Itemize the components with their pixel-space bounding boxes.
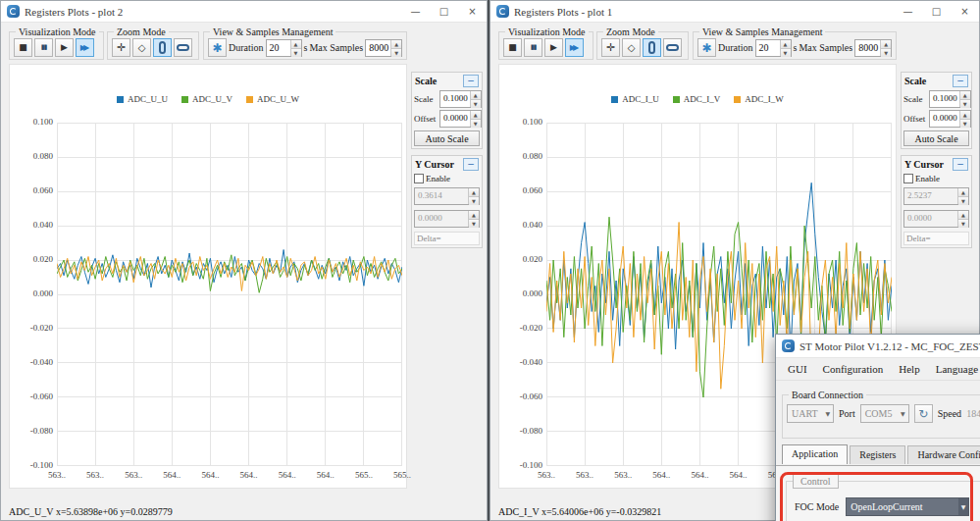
maximize-button[interactable]: □ — [430, 1, 458, 22]
offset-value[interactable]: 0.0000 — [930, 111, 959, 127]
pause-button[interactable]: ▮▮ — [34, 38, 53, 57]
down-arrow-icon[interactable]: ▼ — [881, 49, 891, 57]
duration-spinbox[interactable]: 20 ▲ ▼ — [266, 39, 302, 57]
duration-value[interactable]: 20 — [267, 40, 290, 56]
spinner-arrows[interactable]: ▲ ▼ — [390, 40, 401, 56]
up-arrow-icon[interactable]: ▲ — [781, 40, 791, 49]
down-arrow-icon[interactable]: ▼ — [960, 120, 970, 128]
menu-help[interactable]: Help — [891, 361, 927, 377]
up-arrow-icon[interactable]: ▲ — [960, 91, 970, 100]
up-arrow-icon[interactable]: ▲ — [291, 40, 301, 49]
scale-value[interactable]: 0.1000 — [930, 91, 959, 107]
up-arrow-icon[interactable]: ▲ — [881, 40, 891, 49]
horizontal-zoom-button[interactable] — [663, 38, 682, 57]
minimize-button[interactable]: — — [401, 1, 430, 22]
pause-button[interactable]: ▮▮ — [524, 38, 542, 57]
tab-registers[interactable]: Registers — [850, 445, 905, 464]
close-button[interactable]: × — [951, 1, 979, 22]
stop-button[interactable]: ■ — [14, 38, 32, 57]
pan-button[interactable]: ✛ — [112, 38, 130, 57]
up-arrow-icon: ▲ — [958, 211, 968, 220]
app-icon — [496, 5, 509, 18]
tab-bar: Application Registers Hardware Config — [782, 444, 980, 464]
refresh-icon: ↻ — [918, 408, 928, 420]
tab-hardware-config[interactable]: Hardware Config — [907, 445, 980, 464]
max-samples-value[interactable]: 8000 — [855, 40, 880, 56]
spinner-arrows[interactable]: ▲ ▼ — [880, 40, 891, 56]
window-title: Registers Plots - plot 2 — [25, 6, 401, 18]
enable-checkbox[interactable] — [414, 174, 424, 183]
spinner-arrows[interactable]: ▲ ▼ — [959, 91, 970, 107]
chart-canvas-plot2[interactable] — [57, 123, 402, 466]
legend-swatch — [181, 96, 188, 103]
up-arrow-icon[interactable]: ▲ — [471, 111, 481, 120]
offset-spinbox[interactable]: 0.0000 ▲ ▼ — [929, 110, 971, 128]
fast-forward-button[interactable]: ▶▶ — [565, 38, 584, 57]
auto-scale-button[interactable]: Auto Scale — [903, 130, 969, 146]
fast-forward-button[interactable]: ▶▶ — [76, 38, 94, 57]
menu-language[interactable]: Language — [928, 361, 980, 377]
down-arrow-icon[interactable]: ▼ — [960, 100, 970, 108]
up-arrow-icon[interactable]: ▲ — [391, 40, 401, 49]
spinner-arrows[interactable]: ▲ ▼ — [290, 40, 301, 56]
scale-collapse-button[interactable]: − — [953, 75, 968, 87]
refresh-button[interactable]: ↻ — [914, 404, 933, 423]
zoom-box-button[interactable]: ◇ — [622, 38, 641, 57]
max-samples-value[interactable]: 8000 — [366, 40, 390, 56]
offset-value[interactable]: 0.0000 — [440, 111, 470, 127]
down-arrow-icon[interactable]: ▼ — [471, 100, 481, 108]
menu-configuration[interactable]: Configuration — [815, 361, 892, 377]
view-settings-button[interactable]: ✱ — [697, 38, 716, 57]
zoom-box-button[interactable]: ◇ — [132, 38, 151, 57]
zoom-box-icon: ◇ — [628, 43, 636, 53]
foc-mode-combo[interactable]: OpenLoopCurrent ▼ — [846, 497, 969, 516]
max-samples-spinbox[interactable]: 8000 ▲ ▼ — [365, 39, 402, 57]
horizontal-zoom-button[interactable] — [174, 38, 192, 57]
view-settings-button[interactable]: ✱ — [208, 38, 227, 57]
up-arrow-icon[interactable]: ▲ — [960, 111, 970, 120]
view-samples-label: View & Samples Management — [210, 26, 335, 37]
stop-button[interactable]: ■ — [503, 38, 522, 57]
minimize-button[interactable]: — — [894, 1, 922, 22]
visualization-mode-group: Visualization Mode ■ ▮▮ ▶ ▶▶ — [498, 26, 593, 60]
scale-collapse-button[interactable]: − — [463, 75, 479, 87]
down-arrow-icon[interactable]: ▼ — [781, 49, 791, 57]
y-cursor-title: Y Cursor — [415, 159, 454, 170]
pan-button[interactable]: ✛ — [601, 38, 620, 57]
enable-checkbox[interactable] — [903, 174, 913, 183]
tab-application[interactable]: Application — [782, 444, 848, 464]
up-arrow-icon: ▲ — [469, 211, 479, 220]
maximize-button[interactable]: □ — [922, 1, 951, 22]
close-button[interactable]: × — [458, 1, 487, 22]
up-arrow-icon[interactable]: ▲ — [471, 91, 481, 100]
y-tick-label: 0.060 — [12, 185, 53, 196]
duration-spinbox[interactable]: 20 ▲ ▼ — [755, 39, 792, 57]
offset-spinbox[interactable]: 0.0000 ▲ ▼ — [439, 110, 482, 128]
max-samples-spinbox[interactable]: 8000 ▲ ▼ — [854, 39, 892, 57]
auto-scale-button[interactable]: Auto Scale — [414, 130, 480, 146]
play-button[interactable]: ▶ — [544, 38, 563, 57]
y-cursor-collapse-button[interactable]: − — [953, 158, 968, 171]
scale-spinbox[interactable]: 0.1000 ▲ ▼ — [439, 90, 482, 108]
x-tick-label: 564.. — [272, 470, 303, 480]
down-arrow-icon[interactable]: ▼ — [471, 120, 481, 128]
spinner-arrows[interactable]: ▲ ▼ — [470, 111, 481, 127]
y-tick-label: 0.080 — [501, 151, 542, 162]
menu-gui[interactable]: GUI — [780, 361, 815, 377]
vertical-zoom-button[interactable] — [153, 38, 172, 57]
down-arrow-icon[interactable]: ▼ — [291, 49, 301, 57]
spinner-arrows[interactable]: ▲ ▼ — [470, 91, 481, 107]
legend-label: ADC_I_U — [622, 94, 659, 104]
play-button[interactable]: ▶ — [55, 38, 74, 57]
duration-value[interactable]: 20 — [756, 40, 780, 56]
uart-combo[interactable]: UART ▼ — [787, 404, 834, 423]
vertical-zoom-button[interactable] — [643, 38, 661, 57]
scale-spinbox[interactable]: 0.1000 ▲ ▼ — [929, 90, 971, 108]
down-arrow-icon[interactable]: ▼ — [391, 49, 401, 57]
spinner-arrows[interactable]: ▲ ▼ — [780, 40, 791, 56]
y-cursor-collapse-button[interactable]: − — [463, 158, 479, 171]
duration-label: Duration — [718, 42, 753, 53]
spinner-arrows[interactable]: ▲ ▼ — [959, 111, 970, 127]
x-tick-label: 563.. — [607, 470, 639, 480]
scale-value[interactable]: 0.1000 — [440, 91, 470, 107]
